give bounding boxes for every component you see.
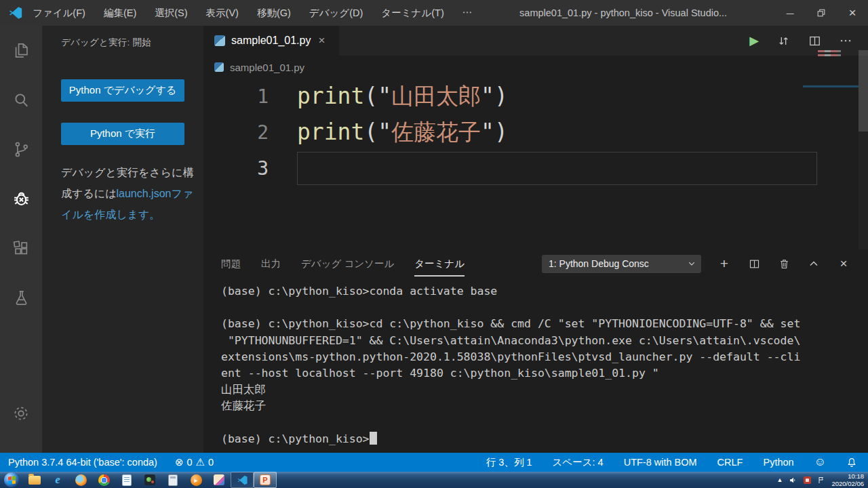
- taskbar-internet-explorer-icon[interactable]: e: [46, 472, 69, 488]
- editor-scrollbar[interactable]: [859, 50, 868, 249]
- system-tray: ▲ 10:18 2020/02/06: [777, 472, 868, 487]
- taskbar-chrome-icon[interactable]: [92, 472, 115, 488]
- run-with-python-button[interactable]: Python で実行: [61, 123, 184, 145]
- encoding-status[interactable]: UTF-8 with BOM: [624, 457, 697, 468]
- volume-icon[interactable]: [789, 476, 797, 485]
- taskbar-vscode-icon[interactable]: [231, 472, 254, 488]
- tray-date: 2020/02/06: [831, 480, 864, 487]
- language-mode-status[interactable]: Python: [763, 457, 793, 468]
- line-number: 2: [203, 121, 269, 144]
- warning-icon: ⚠: [196, 456, 205, 468]
- error-count: 0: [187, 457, 193, 468]
- indentation-status[interactable]: スペース: 4: [553, 456, 604, 469]
- problems-status[interactable]: ⊗ 0 ⚠ 0: [175, 456, 214, 468]
- settings-gear-icon[interactable]: [0, 388, 42, 438]
- code-line-2[interactable]: 2 print("佐藤花子"): [203, 115, 868, 150]
- tab-sample01-01[interactable]: sample01_01.py ×: [203, 26, 339, 56]
- tab-output[interactable]: 出力: [261, 258, 281, 270]
- window-title: sample01_01.py - python_kiso - Visual St…: [472, 7, 774, 18]
- feedback-smiley-icon[interactable]: ☺: [814, 455, 826, 469]
- menu-view[interactable]: 表示(V): [206, 7, 239, 20]
- extensions-icon[interactable]: [0, 224, 42, 273]
- tray-expand-icon[interactable]: ▲: [777, 476, 783, 483]
- activity-bar: [0, 26, 42, 453]
- run-file-icon[interactable]: ▶: [749, 33, 759, 48]
- taskbar-media-player-icon[interactable]: ▸: [184, 472, 208, 488]
- breadcrumb-file[interactable]: sample01_01.py: [230, 62, 304, 73]
- title-bar: ファイル(F) 編集(E) 選択(S) 表示(V) 移動(G) デバッグ(D) …: [0, 0, 868, 26]
- chevron-down-icon: [688, 260, 696, 268]
- tab-close-icon[interactable]: ×: [318, 34, 325, 47]
- warning-count: 0: [208, 457, 214, 468]
- breadcrumb[interactable]: sample01_01.py: [203, 56, 868, 79]
- minimap-divider: [803, 85, 859, 87]
- vscode-window: ファイル(F) 編集(E) 選択(S) 表示(V) 移動(G) デバッグ(D) …: [0, 0, 868, 488]
- tab-problems[interactable]: 問題: [221, 258, 241, 270]
- terminal-output[interactable]: (base) c:\python_kiso>conda activate bas…: [203, 278, 868, 453]
- menu-go[interactable]: 移動(G): [257, 7, 291, 20]
- python-file-icon: [214, 35, 225, 46]
- launch-json-hint: デバッグと実行をさらに構成するにはlaunch.jsonファイルを作成します。: [61, 162, 195, 225]
- tray-app-icon[interactable]: [804, 476, 811, 484]
- vscode-logo-icon: [8, 5, 23, 20]
- action-center-flag-icon[interactable]: [817, 476, 825, 485]
- taskbar-notepad-icon[interactable]: [115, 472, 138, 488]
- python-file-icon: [214, 62, 224, 72]
- menu-selection[interactable]: 選択(S): [155, 7, 187, 20]
- terminal-cursor: [370, 432, 377, 445]
- taskbar-paint-icon[interactable]: [208, 472, 231, 488]
- menu-bar: ファイル(F) 編集(E) 選択(S) 表示(V) 移動(G) デバッグ(D) …: [33, 7, 472, 20]
- menu-overflow[interactable]: ⋯: [462, 7, 473, 20]
- open-changes-icon[interactable]: [777, 35, 790, 47]
- kill-terminal-trash-icon[interactable]: [769, 253, 799, 274]
- more-actions-icon[interactable]: ⋯: [840, 33, 852, 48]
- windows-orb-icon: [4, 472, 19, 487]
- debug-with-python-button[interactable]: Python でデバッグする: [61, 79, 184, 102]
- menu-file[interactable]: ファイル(F): [33, 7, 85, 20]
- maximize-panel-chevron-icon[interactable]: [799, 253, 829, 274]
- menu-edit[interactable]: 編集(E): [104, 7, 136, 20]
- source-control-icon[interactable]: [0, 125, 42, 174]
- tab-debug-console[interactable]: デバッグ コンソール: [301, 258, 394, 270]
- terminal-selector-dropdown[interactable]: 1: Python Debug Consc: [542, 255, 701, 273]
- bottom-panel: 問題 出力 デバッグ コンソール ターミナル 1: Python Debug C…: [203, 249, 868, 453]
- split-terminal-icon[interactable]: [739, 253, 769, 274]
- run-and-debug-icon[interactable]: [0, 174, 42, 224]
- minimize-button[interactable]: ─: [774, 0, 806, 26]
- start-button[interactable]: [0, 472, 23, 488]
- tab-terminal[interactable]: ターミナル: [414, 258, 465, 270]
- code-line-1[interactable]: 1 print("山田太郎"): [203, 79, 868, 115]
- taskbar-photo-app-icon[interactable]: [138, 472, 161, 488]
- debug-sidebar: デバッグと実行: 開始 Python でデバッグする Python で実行 デバ…: [42, 26, 203, 453]
- taskbar-calculator-icon[interactable]: [161, 472, 184, 488]
- launch-json-link[interactable]: launch.json: [117, 188, 172, 199]
- eol-status[interactable]: CRLF: [717, 457, 743, 468]
- taskbar-explorer-icon[interactable]: [23, 472, 46, 488]
- close-panel-icon[interactable]: ×: [829, 253, 859, 274]
- line-number: 3: [203, 157, 269, 180]
- restore-button[interactable]: [806, 0, 837, 26]
- taskbar-firefox-icon[interactable]: [69, 472, 92, 488]
- search-icon[interactable]: [0, 75, 42, 125]
- current-line-highlight: [297, 152, 817, 185]
- tray-time: 10:18: [831, 472, 864, 480]
- minimap[interactable]: [818, 50, 841, 61]
- editor-group: sample01_01.py × ▶ ⋯ sample01_01.py 1 pr…: [203, 26, 868, 249]
- notifications-bell-icon[interactable]: [846, 457, 857, 468]
- windows-taskbar: e ▸ P ▲ 10:18 2020/02/06: [0, 472, 868, 488]
- menu-terminal[interactable]: ターミナル(T): [381, 7, 443, 20]
- explorer-icon[interactable]: [0, 26, 42, 75]
- code-line-3[interactable]: 3: [203, 150, 868, 186]
- close-window-button[interactable]: ×: [837, 0, 868, 26]
- taskbar-clock[interactable]: 10:18 2020/02/06: [831, 472, 864, 487]
- error-icon: ⊗: [175, 456, 184, 468]
- menu-debug[interactable]: デバッグ(D): [309, 7, 363, 20]
- new-terminal-icon[interactable]: +: [709, 253, 739, 274]
- test-beaker-icon[interactable]: [0, 273, 42, 323]
- status-bar: Python 3.7.4 64-bit ('base': conda) ⊗ 0 …: [0, 453, 868, 472]
- taskbar-powerpoint-icon[interactable]: P: [254, 472, 277, 488]
- panel-header: 問題 出力 デバッグ コンソール ターミナル 1: Python Debug C…: [203, 249, 868, 278]
- split-editor-icon[interactable]: [808, 35, 821, 47]
- python-interpreter-status[interactable]: Python 3.7.4 64-bit ('base': conda): [8, 457, 157, 468]
- cursor-position-status[interactable]: 行 3、列 1: [486, 456, 532, 469]
